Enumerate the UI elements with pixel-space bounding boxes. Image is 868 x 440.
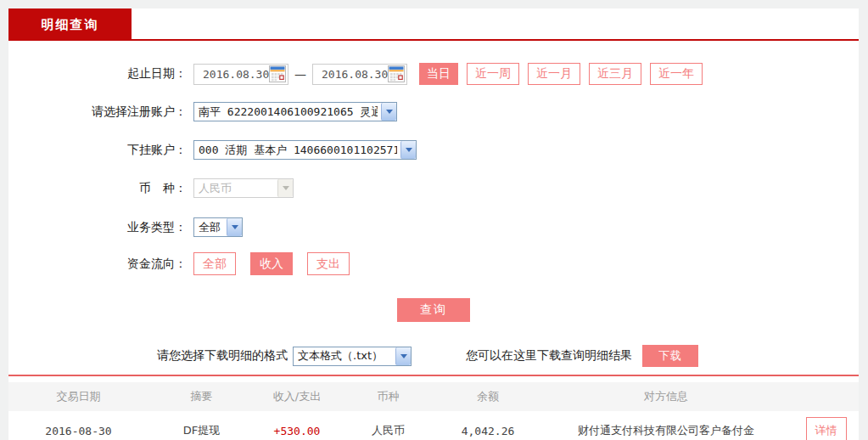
registered-account-row: 请选择注册账户： 南平 6222001406100921065 灵通卡 [8,102,859,121]
end-date-input[interactable]: 2016.08.30 [312,64,407,85]
flow-income-button[interactable]: 收入 [250,252,293,275]
query-form: 起止日期： 2016.08.30 [8,41,859,367]
download-row: 请您选择下载明细的格式 文本格式（.txt） 您可以在这里下载查询明细结果 下载 [157,345,859,367]
range-today-button[interactable]: 当日 [419,63,458,85]
start-date-input[interactable]: 2016.08.30 [193,64,288,85]
download-format-select[interactable]: 文本格式（.txt） [293,347,412,366]
query-button[interactable]: 查询 [397,298,470,322]
chevron-down-icon [381,103,396,121]
table-row: 2016-08-30 DF提现 +530.00 人民币 4,042.26 财付通… [8,411,859,440]
date-separator: — [294,67,306,81]
currency-row: 币 种： 人民币 [8,178,859,198]
fund-flow-row: 资金流向： 全部 收入 支出 [8,252,859,275]
chevron-down-icon [395,347,411,365]
business-type-value: 全部 [194,220,223,235]
flow-all-button[interactable]: 全部 [193,252,236,275]
currency-value: 人民币 [194,181,274,196]
sub-account-row: 下挂账户： 000 活期 基本户 1406600101102571848 [8,140,859,160]
header-summary: 摘要 [148,389,255,404]
calendar-icon[interactable] [269,65,286,82]
registered-account-select[interactable]: 南平 6222001406100921065 灵通卡 [193,102,397,121]
download-button[interactable]: 下载 [642,345,698,367]
date-range-row: 起止日期： 2016.08.30 [8,63,859,85]
range-year-button[interactable]: 近一年 [650,63,703,85]
detail-query-panel: 明细查询 起止日期： 2016.08.30 [8,8,859,440]
chevron-down-icon [277,179,293,197]
cell-summary: DF提现 [148,423,255,438]
header-currency: 币种 [339,389,437,404]
sub-account-label: 下挂账户： [8,143,187,158]
flow-expense-button[interactable]: 支出 [307,252,350,275]
header-balance: 余额 [437,389,539,404]
header-date: 交易日期 [8,389,148,404]
query-button-row: 查询 [8,298,859,322]
cell-counterparty: 财付通支付科技有限公司客户备付金 [539,423,793,438]
header-amount: 收入/支出 [255,389,339,404]
table-header-row: 交易日期 摘要 收入/支出 币种 余额 对方信息 [8,382,859,411]
business-type-row: 业务类型： 全部 [8,217,859,237]
tab-bar: 明细查询 [8,8,859,41]
chevron-down-icon [227,218,242,236]
registered-account-value: 南平 6222001406100921065 灵通卡 [194,104,378,120]
cell-date: 2016-08-30 [8,425,148,437]
date-range-label: 起止日期： [8,66,187,82]
range-month-button[interactable]: 近一月 [528,63,580,85]
calendar-icon[interactable] [388,65,405,82]
download-format-value: 文本格式（.txt） [294,348,392,364]
chevron-down-icon [400,141,416,159]
fund-flow-label: 资金流向： [8,257,187,272]
registered-account-label: 请选择注册账户： [8,104,187,120]
currency-label: 币 种： [8,181,187,196]
business-type-select[interactable]: 全部 [193,217,243,237]
detail-button[interactable]: 详情 [806,417,847,440]
cell-currency: 人民币 [339,423,437,438]
end-date-value: 2016.08.30 [322,68,388,81]
sub-account-value: 000 活期 基本户 1406600101102571848 [194,143,397,158]
cell-amount: +530.00 [255,425,339,437]
range-quarter-button[interactable]: 近三月 [589,63,641,85]
download-format-label: 请您选择下载明细的格式 [157,348,288,364]
section-divider [8,375,859,376]
range-week-button[interactable]: 近一周 [467,63,519,85]
sub-account-select[interactable]: 000 活期 基本户 1406600101102571848 [193,140,417,160]
cell-balance: 4,042.26 [437,425,539,437]
business-type-label: 业务类型： [8,220,187,235]
start-date-value: 2016.08.30 [203,68,269,81]
tab-detail-query[interactable]: 明细查询 [8,8,132,41]
header-counterparty: 对方信息 [539,389,793,404]
download-hint: 您可以在这里下载查询明细结果 [466,348,632,364]
results-table: 交易日期 摘要 收入/支出 币种 余额 对方信息 2016-08-30 DF提现… [8,382,859,440]
currency-select: 人民币 [193,178,294,198]
